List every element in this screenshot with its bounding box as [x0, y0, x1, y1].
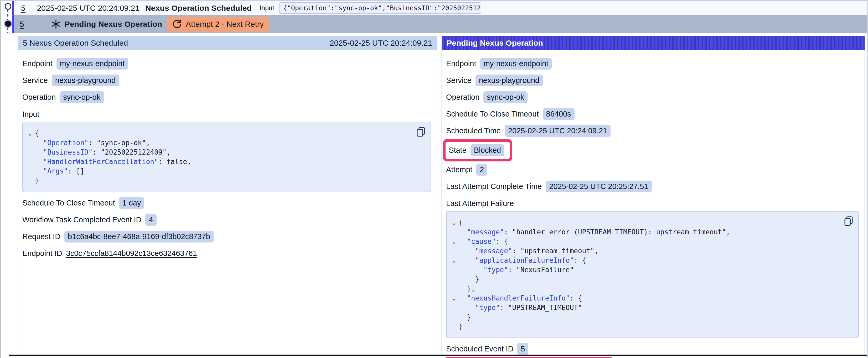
- code-text: }: [459, 322, 463, 331]
- collapse-caret-icon[interactable]: ⌄: [449, 293, 459, 303]
- code-line: "BusinessID": "20250225122409",: [26, 148, 414, 157]
- field-value-badge: nexus-playground: [52, 74, 119, 86]
- field-value-badge: my-nexus-endpoint: [480, 58, 552, 70]
- left-panel-timestamp: 2025-02-25 UTC 20:24:09.21: [330, 39, 432, 47]
- copy-icon[interactable]: [843, 216, 854, 227]
- field-row-scheduled-event-id: Scheduled Event ID5: [446, 343, 860, 355]
- code-text: "message": "handler error (UPSTREAM_TIME…: [459, 227, 730, 237]
- field-label: Last Attempt Complete Time: [446, 182, 542, 191]
- field-row-service: Servicenexus-playground: [22, 74, 432, 86]
- caret-spacer: [26, 148, 35, 157]
- field-value-badge: 2025-02-25 UTC 20:24:09.21: [505, 125, 611, 137]
- code-line: "Args": []: [26, 166, 414, 176]
- field-label: Request ID: [22, 232, 60, 241]
- code-text: },: [459, 284, 475, 293]
- code-text: "applicationFailureInfo": {: [459, 256, 586, 265]
- caret-spacer: [449, 312, 459, 322]
- field-row-request-id: Request IDb1c6a4bc-8ee7-468a-9169-df3b02…: [22, 231, 432, 242]
- collapse-caret-icon[interactable]: ⌄: [449, 218, 459, 227]
- code-text: }: [459, 312, 471, 322]
- event-id-link[interactable]: 5: [21, 4, 26, 12]
- field-row-endpoint: Endpointmy-nexus-endpoint: [446, 58, 860, 70]
- caret-spacer: [26, 176, 35, 185]
- asterisk-icon: [51, 19, 61, 29]
- field-row-operation: Operationsync-op-ok: [446, 91, 860, 103]
- collapse-caret-icon[interactable]: ⌄: [26, 129, 35, 138]
- event-id-link[interactable]: 5: [20, 20, 24, 29]
- field-value-badge: 86400s: [543, 108, 575, 120]
- code-line: }: [449, 312, 841, 322]
- left-panel-title: 5 Nexus Operation Scheduled: [23, 39, 128, 47]
- field-value-badge: my-nexus-endpoint: [57, 58, 128, 70]
- field-label: Operation: [446, 93, 479, 102]
- right-panel-title: Pending Nexus Operation: [446, 39, 543, 47]
- field-value-badge: 1 day: [119, 197, 145, 209]
- caret-spacer: [449, 246, 459, 256]
- field-value-badge: Blocked: [470, 144, 504, 156]
- code-text: "nexusHandlerFailureInfo": {: [459, 293, 582, 303]
- last-attempt-failure-label: Last Attempt Failure: [446, 199, 860, 208]
- field-label: Service: [446, 76, 471, 85]
- collapse-caret-icon[interactable]: ⌄: [449, 237, 459, 246]
- collapse-caret-icon[interactable]: ⌄: [449, 256, 459, 265]
- event-row-nexus-operation-scheduled[interactable]: 5 2025-02-25 UTC 20:24:09.21 Nexus Opera…: [12, 1, 867, 15]
- field-row-endpoint: Endpointmy-nexus-endpoint: [22, 58, 432, 70]
- code-line: ⌄{: [26, 129, 414, 138]
- field-row-scheduled-time: Scheduled Time2025-02-25 UTC 20:24:09.21: [446, 125, 860, 137]
- field-row-schedule-to-close-timeout: Schedule To Close Timeout86400s: [446, 108, 860, 120]
- field-value-badge: 4: [145, 214, 156, 226]
- code-text: }: [35, 176, 39, 185]
- annotation-highlight-box: StateBlocked: [443, 139, 512, 161]
- field-label: Endpoint: [22, 59, 53, 68]
- code-text: "type": "UPSTREAM_TIMEOUT": [459, 303, 582, 312]
- timeline-open-dot[interactable]: [5, 3, 11, 10]
- event-row-pending-nexus-operation[interactable]: 5 Pending Nexus Operation Attempt 2 · Ne…: [12, 15, 867, 33]
- caret-spacer: [449, 274, 459, 284]
- input-json-block: ⌄{ "Operation": "sync-op-ok", "BusinessI…: [22, 122, 431, 192]
- pending-operation-panel: Pending Nexus Operation Endpointmy-nexus…: [441, 36, 865, 356]
- field-label: Endpoint: [446, 59, 476, 68]
- code-text: {: [459, 218, 463, 227]
- field-value-link[interactable]: 3c0c75ccfa8144b092c13ce632463761: [66, 249, 197, 258]
- code-line: }: [26, 176, 414, 185]
- field-value-badge: 5: [517, 343, 528, 355]
- code-line: },: [449, 284, 841, 293]
- field-value-badge: 2025-02-25 UTC 20:25:27.51: [546, 181, 652, 192]
- code-text: }: [459, 274, 479, 284]
- field-value-badge: nexus-playground: [475, 74, 543, 86]
- timeline-filled-dot[interactable]: [4, 20, 12, 28]
- caret-spacer: [449, 322, 459, 331]
- code-line: ⌄{: [449, 218, 841, 227]
- code-line: ⌄ "nexusHandlerFailureInfo": {: [449, 293, 841, 303]
- caret-spacer: [449, 265, 459, 274]
- right-panel-header: Pending Nexus Operation: [442, 36, 865, 50]
- caret-spacer: [26, 157, 35, 166]
- code-text: "HandlerWaitForCancellation": false,: [35, 157, 191, 166]
- field-label: Workflow Task Completed Event ID: [22, 216, 141, 224]
- input-preview-chip[interactable]: {"Operation":"sync-op-ok","BusinessID":"…: [279, 2, 481, 14]
- code-line: "message": "upstream timeout",: [449, 246, 841, 256]
- retry-icon: [173, 20, 182, 29]
- field-label: Operation: [22, 93, 56, 102]
- code-line: "message": "handler error (UPSTREAM_TIME…: [449, 227, 841, 237]
- field-value-badge: b1c6a4bc-8ee7-468a-9169-df3b02c8737b: [64, 231, 214, 242]
- input-label: Input: [259, 4, 274, 12]
- code-line: ⌄ "applicationFailureInfo": {: [449, 256, 841, 265]
- field-label: Schedule To Close Timeout: [446, 110, 539, 118]
- field-row-service: Servicenexus-playground: [446, 74, 860, 86]
- field-row-last-attempt-complete-time: Last Attempt Complete Time2025-02-25 UTC…: [446, 181, 860, 192]
- caret-spacer: [449, 303, 459, 312]
- code-line: "type": "NexusFailure": [449, 265, 841, 274]
- left-panel-header: 5 Nexus Operation Scheduled 2025-02-25 U…: [18, 36, 437, 50]
- code-line: }: [449, 274, 841, 284]
- field-row-workflow-task-completed-event-id: Workflow Task Completed Event ID4: [22, 214, 432, 226]
- event-history-view: 5 2025-02-25 UTC 20:24:09.21 Nexus Opera…: [0, 0, 868, 358]
- copy-icon[interactable]: [416, 127, 426, 137]
- field-label: Attempt: [446, 165, 472, 174]
- field-label: Service: [22, 76, 48, 85]
- timeline-selection-bar: [12, 1, 14, 33]
- field-row-operation: Operationsync-op-ok: [22, 91, 432, 103]
- event-title: Nexus Operation Scheduled: [145, 4, 252, 12]
- code-text: "cause": {: [459, 237, 508, 246]
- field-value-badge: 2: [476, 164, 487, 175]
